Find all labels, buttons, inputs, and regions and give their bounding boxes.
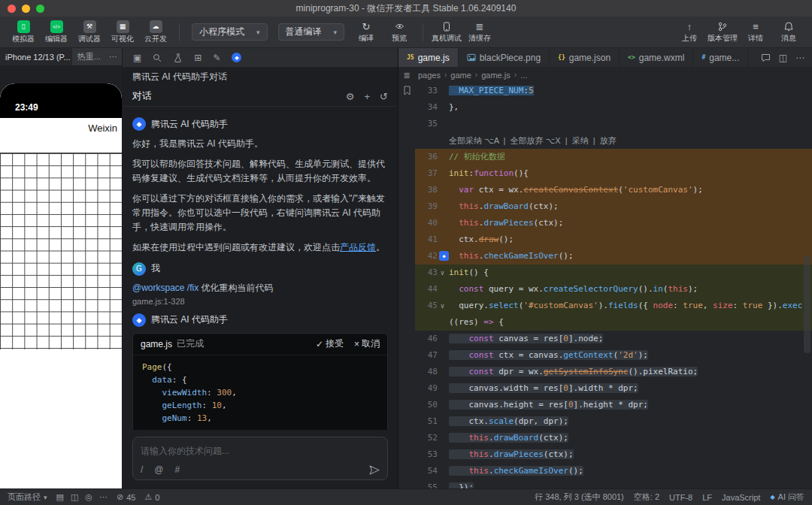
ai-qa-button[interactable]: ◆ AI 问答 [770,491,804,503]
details-button[interactable]: ≡ 详情 [740,17,771,47]
messages-button[interactable]: 消息 [773,17,804,47]
mention-shortcut[interactable]: @ [154,464,163,475]
upload-button[interactable]: ↑ 上传 [674,17,705,47]
error-count[interactable]: ⊘ 45 [117,492,135,502]
line-number: 36 [415,149,438,165]
ai-assistant-badge-icon[interactable]: ◆ [439,251,449,261]
mode-dropdown[interactable]: 小程序模式 ▾ [192,23,268,41]
compile-button[interactable]: ↻ 编译 [350,17,382,47]
bookmark-icon[interactable] [403,86,411,95]
feedback-link[interactable]: 产品反馈 [340,242,376,252]
warning-count[interactable]: ⚠ 0 [144,492,159,502]
split-editor-icon[interactable]: ◫ [779,53,787,63]
diff-action-bar[interactable]: 全部采纳 ⌥A | 全部放弃 ⌥X | 采纳 | 放弃 [415,132,812,149]
tab-game-js[interactable]: JS game.js [398,48,459,67]
indent-setting[interactable]: 空格: 2 [634,491,659,503]
cursor-position[interactable]: 行 348, 列 3 (选中 8001) [535,491,624,503]
mention-chip[interactable]: @workspace /fix [132,283,198,293]
comment-icon[interactable] [761,53,771,62]
visualization-button[interactable]: ▦ 可视化 [107,17,138,47]
user-message-text: 优化重构当前代码 [198,283,273,293]
breadcrumb-item[interactable]: pages [418,71,441,80]
close-window-button[interactable] [8,5,16,13]
gutter-spacer [438,413,447,430]
debugger-button[interactable]: ⚒ 调试器 [74,17,105,47]
editor-button[interactable]: </> 编辑器 [41,17,72,47]
tab-game-wxss[interactable]: # game... [693,48,748,67]
image-file-icon [467,53,476,62]
test-beaker-icon[interactable] [173,53,183,62]
preview-button[interactable]: 预览 [383,17,415,47]
wxml-file-icon: <> [628,54,635,61]
game-board-grid[interactable] [0,153,122,349]
chat-scroll-area[interactable]: ◆ 腾讯云 AI 代码助手 你好，我是腾讯云 AI 代码助手。 我可以帮助你回答… [123,107,398,430]
more-icon[interactable]: ⋯ [105,52,122,62]
phone-screen[interactable]: 23:49 Weixin [0,83,122,488]
language-mode[interactable]: JavaScript [722,493,760,502]
version-control-button[interactable]: 版本管理 [707,17,738,47]
more-icon[interactable]: ⋯ [795,53,804,63]
files-icon[interactable]: ▣ [133,53,141,63]
tab-game-json[interactable]: {} game.json [550,48,620,67]
more-icon[interactable]: ⋯ [99,492,108,502]
code-line: 51 ctx.scale(dpr, dpr); [415,413,812,430]
layers-icon: ≣ [476,21,484,32]
history-icon[interactable]: ↺ [380,91,388,102]
user-name: 我 [151,262,160,275]
tab-blackpiece-png[interactable]: blackPiece.png [459,48,550,67]
code-line: 41 ctx.draw(); [415,231,812,248]
page-path-selector[interactable]: 页面路径 ▾ [8,491,47,503]
editor-scrollbar[interactable] [804,256,810,353]
line-number: 48 [415,364,438,380]
outline-list-icon[interactable]: ≣ [403,71,410,80]
gear-icon[interactable]: ⚙ [346,91,355,102]
fold-chevron-icon[interactable]: ∨ [438,298,447,314]
device-tab[interactable]: iPhone 12/13 (P... [0,48,72,65]
cancel-button[interactable]: ×取消 [354,337,380,350]
hash-shortcut[interactable]: # [175,464,180,475]
search-icon[interactable] [153,53,162,62]
slash-command-shortcut[interactable]: / [141,464,143,475]
tab-conversation[interactable]: 对话 [132,89,152,103]
minimize-window-button[interactable] [22,5,30,13]
layout-icon[interactable]: ◫ [71,492,78,502]
file-reference[interactable]: game.js:1-328 [132,297,388,306]
breadcrumb-item[interactable]: game.js [481,71,511,80]
user-avatar: G [132,262,146,276]
extensions-icon[interactable]: ⊞ [194,53,201,63]
ai-assistant-icon[interactable]: ◆ [232,53,241,62]
eol-setting[interactable]: LF [702,493,712,502]
gutter-spacer [438,479,447,488]
chat-input[interactable] [141,446,380,456]
code-line: 50 canvas.height = res[0].height * dpr; [415,397,812,413]
edit-brush-icon[interactable]: ✎ [213,53,220,63]
bot-name: 腾讯云 AI 代码助手 [151,118,228,131]
remote-debug-button[interactable]: 真机调试 [431,17,462,47]
line-number: 51 [415,413,438,430]
code-line: 35 [415,116,812,132]
tab-game-wxml[interactable]: <> game.wxml [620,48,693,67]
breadcrumb-item[interactable]: game [450,71,471,80]
line-number: 34 [415,99,438,116]
code-line: 46 const canvas = res[0].node; [415,331,812,347]
send-icon[interactable] [369,465,380,475]
accept-button[interactable]: ✓接受 [316,337,344,350]
simulator-button[interactable]: ▯ 模拟器 [8,17,39,47]
panel-icon[interactable]: ▤ [56,492,64,502]
assistant-tab-bar: 对话 ⚙ + ↺ [123,86,398,107]
encoding[interactable]: UTF-8 [669,493,692,502]
new-chat-icon[interactable]: + [365,91,371,102]
cloud-dev-button[interactable]: ☁ 云开发 [140,17,171,47]
compile-mode-dropdown[interactable]: 普通编译 ▾ [278,23,345,41]
code-area[interactable]: 33 MAX_PIECE_NUM:534},35全部采纳 ⌥A | 全部放弃 ⌥… [415,83,812,488]
fold-chevron-icon[interactable]: ∨ [438,265,447,281]
record-icon[interactable]: ◎ [85,492,92,502]
chat-input-box[interactable]: / @ # [132,437,388,480]
zoom-window-button[interactable] [36,5,44,13]
clear-cache-button[interactable]: ≣ 清缓存 [464,17,495,47]
breadcrumb-item[interactable]: ... [520,71,527,80]
title-bar: miniprogram-30 - 微信开发者工具 Stable 1.06.240… [0,0,812,17]
code-line: 40 this.drawPieces(ctx); [415,215,812,231]
hot-reload-tab[interactable]: 热重... [72,48,105,65]
breadcrumb: pages › game › game.js › ... [415,67,812,83]
